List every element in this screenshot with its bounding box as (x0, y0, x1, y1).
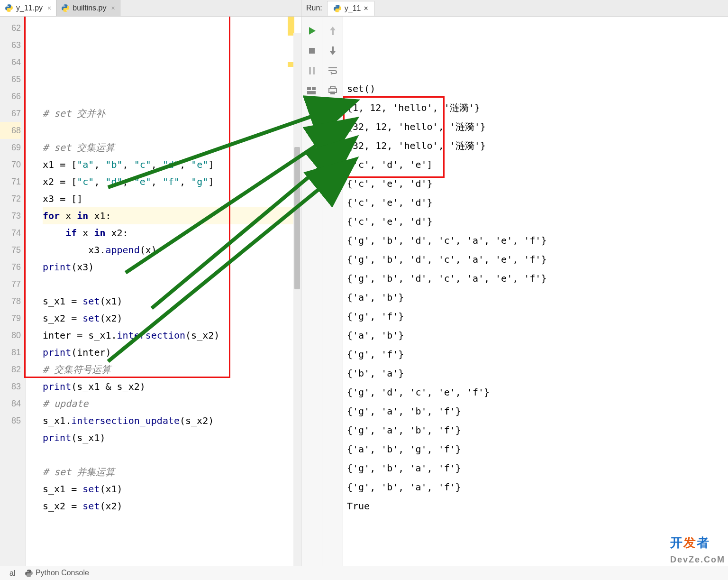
line-number: 62 (0, 19, 21, 37)
code-line[interactable]: print(inter) (43, 344, 301, 361)
code-line[interactable]: print(x3) (43, 258, 301, 276)
line-number: 73 (0, 207, 21, 224)
close-icon[interactable]: × (47, 4, 51, 12)
code-line[interactable]: s_x1 = set(x1) (43, 480, 301, 497)
editor-pane: y_11.py × builtins.py × 6263646566676869… (0, 0, 301, 580)
code-line[interactable]: # set 交集运算 (43, 139, 301, 156)
console-line: {32, 12, 'hello', '涟漪'} (347, 117, 728, 136)
line-number: 83 (0, 378, 21, 395)
svg-point-3 (66, 10, 67, 11)
wrap-icon[interactable] (327, 65, 338, 76)
trash-icon[interactable] (327, 123, 338, 134)
code-line[interactable] (43, 276, 301, 293)
editor-tab-builtins[interactable]: builtins.py × (56, 0, 120, 16)
footer-item[interactable]: al (9, 569, 15, 578)
code-line[interactable]: print(s_x1) (43, 429, 301, 446)
svg-rect-8 (313, 67, 315, 74)
console-line: {'g', 'b', 'a', 'f'} (347, 459, 728, 478)
svg-rect-11 (307, 91, 316, 94)
change-marker (288, 17, 294, 36)
code-line[interactable] (43, 122, 301, 139)
code-line[interactable] (43, 446, 301, 463)
code-line[interactable]: for x in x1: (43, 207, 301, 224)
code-line[interactable]: s_x1.intersection_update(s_x2) (43, 412, 301, 429)
run-console[interactable]: set(){1, 12, 'hello', '涟漪'}{32, 12, 'hel… (343, 17, 728, 580)
console-line: {'g', 'b', 'd', 'c', 'a', 'e', 'f'} (347, 231, 728, 250)
console-line: {1, 12, 'hello', '涟漪'} (347, 98, 728, 117)
line-number: 70 (0, 156, 21, 173)
console-line: {'g', 'a', 'b', 'f'} (347, 402, 728, 421)
editor-scrollbar[interactable] (293, 33, 301, 566)
tab-label: y_11.py (16, 4, 43, 12)
console-line: {'g', 'f'} (347, 307, 728, 326)
code-line[interactable]: if x in x2: (43, 224, 301, 241)
console-line: {'g', 'b', 'a', 'f'} (347, 478, 728, 497)
console-line: {'g', 'a', 'b', 'f'} (347, 421, 728, 440)
tab-label: builtins.py (73, 4, 106, 12)
code-line[interactable]: s_x2 = set(x2) (43, 497, 301, 515)
arrow-up-icon[interactable] (327, 25, 338, 37)
close-icon[interactable]: × (364, 4, 368, 13)
console-line: set() (347, 79, 728, 98)
line-number: 69 (0, 139, 21, 156)
line-number: 82 (0, 361, 21, 378)
scrollbar-thumb[interactable] (294, 147, 300, 289)
arrow-down-icon[interactable] (327, 45, 338, 56)
watermark: 开发者 DevZe.CoM (670, 534, 725, 566)
console-line: {'g', 'b', 'd', 'c', 'a', 'e', 'f'} (347, 269, 728, 288)
line-number: 75 (0, 241, 21, 258)
editor-tabs: y_11.py × builtins.py × (0, 0, 301, 17)
code-line[interactable]: # update (43, 395, 301, 412)
code-line[interactable]: s_x1 = set(x1) (43, 293, 301, 310)
close-icon[interactable]: × (111, 4, 115, 12)
run-toolbar-left (301, 17, 322, 580)
console-line: {'c', 'e', 'd'} (347, 174, 728, 193)
code-area[interactable]: # set 交并补# set 交集运算x1 = ["a", "b", "c", … (26, 17, 301, 566)
print-icon[interactable] (327, 85, 338, 96)
run-icon[interactable] (306, 25, 318, 37)
pause-icon[interactable] (306, 65, 318, 76)
svg-point-5 (338, 10, 339, 11)
console-line: {'b', 'a'} (347, 364, 728, 383)
console-line: {'g', 'b', 'd', 'c', 'a', 'e', 'f'} (347, 250, 728, 269)
layout-icon[interactable] (306, 85, 318, 96)
line-number: 79 (0, 310, 21, 327)
editor-body[interactable]: 6263646566676869707172737475767778798081… (0, 17, 301, 566)
code-line[interactable]: # set 交并补 (43, 105, 301, 122)
code-line[interactable]: x1 = ["a", "b", "c", "d", "e"] (43, 156, 301, 173)
code-line[interactable]: inter = s_x1.intersection(s_x2) (43, 327, 301, 344)
footer-toolbar: al Python Console (0, 566, 728, 580)
line-number: 81 (0, 344, 21, 361)
code-line[interactable]: x3 = [] (43, 190, 301, 207)
code-line[interactable]: # set 并集运算 (43, 463, 301, 480)
python-console-button[interactable]: Python Console (25, 569, 89, 578)
line-number: 64 (0, 54, 21, 71)
code-line[interactable]: # 交集符号运算 (43, 361, 301, 378)
code-line[interactable]: s_x2 = set(x2) (43, 310, 301, 327)
svg-point-0 (7, 5, 8, 6)
run-tab[interactable]: y_11 × (327, 1, 374, 16)
stop-icon[interactable] (306, 45, 318, 56)
console-line: {'c', 'e', 'd'} (347, 193, 728, 212)
line-number: 65 (0, 71, 21, 88)
console-line: {'a', 'b'} (347, 288, 728, 307)
code-line[interactable]: print(s_x1 & s_x2) (43, 378, 301, 395)
run-tab-label: y_11 (345, 4, 361, 13)
svg-rect-14 (330, 92, 335, 94)
svg-rect-13 (330, 87, 335, 89)
editor-tab-y11[interactable]: y_11.py × (0, 0, 56, 16)
console-line: {'a', 'b', 'g', 'f'} (347, 440, 728, 459)
run-pane: Run: y_11 × (301, 0, 728, 580)
code-line[interactable]: x2 = ["c", "d", "e", "f", "g"] (43, 173, 301, 190)
line-number: 68 (0, 122, 21, 139)
svg-point-1 (10, 10, 10, 11)
line-number: 63 (0, 37, 21, 54)
code-line[interactable]: x3.append(x) (43, 241, 301, 258)
line-number: 71 (0, 173, 21, 190)
run-label: Run: (306, 4, 322, 12)
svg-rect-7 (309, 67, 311, 74)
python-icon (5, 4, 13, 12)
svg-rect-6 (309, 48, 315, 54)
console-line: {'g', 'f'} (347, 345, 728, 364)
line-number: 85 (0, 412, 21, 429)
